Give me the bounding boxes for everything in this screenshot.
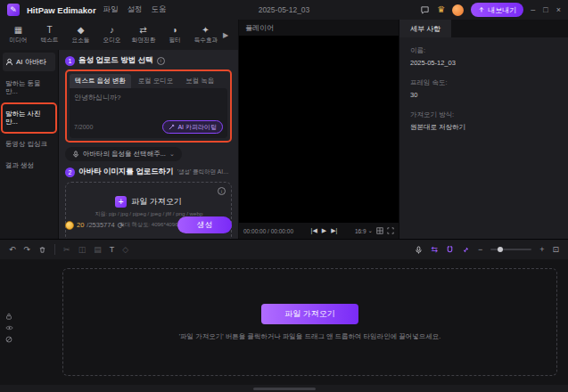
player-panel: 플레이어 00:00:00 / 00:00:00 |◀ ▶ ▶| 16:9 ⌄: [239, 20, 399, 239]
sidebar-header-ai-avatar[interactable]: AI 아바타: [3, 53, 55, 71]
timeline-area: 파일 가져오기 '파일 가져오기' 버튼을 클릭하거나 파일을 드래그 앤 드롭…: [0, 259, 568, 385]
redo-icon[interactable]: ↷: [24, 245, 31, 254]
auto-ripple-toggle-icon[interactable]: ⇆: [431, 245, 438, 254]
tab-elements[interactable]: ◆ 요소들: [65, 25, 96, 45]
sidebar-item-results[interactable]: 결과 생성: [3, 156, 55, 175]
zoom-slider-handle[interactable]: [498, 247, 503, 252]
import-file-button[interactable]: + 파일 가져오기: [115, 196, 182, 208]
sidebar-item-talking-photo[interactable]: 말하는 사진 만...: [3, 104, 55, 132]
aspect-ratio-value: 16:9: [355, 228, 366, 234]
text-tool-icon[interactable]: T: [110, 245, 115, 254]
tab-filters[interactable]: ◑ 필터: [159, 25, 190, 45]
tab-text-to-speech[interactable]: 텍스트 음성 변환: [70, 74, 131, 88]
dropzone-info-icon[interactable]: i: [218, 187, 226, 195]
tab-effects-label: 특수효과: [193, 36, 218, 45]
minimize-button[interactable]: –: [531, 5, 535, 14]
export-button[interactable]: 내보내기: [471, 3, 523, 17]
voiceover-mic-icon[interactable]: [415, 246, 423, 254]
undo-icon[interactable]: ↶: [9, 245, 16, 254]
timeline-drop-hint: '파일 가져오기' 버튼을 클릭하거나 파일을 드래그 앤 드롭하여 타임라인에…: [179, 332, 441, 341]
tts-input-footer: 7/2000 AI 카피라이팅: [74, 120, 223, 134]
step1-info-icon[interactable]: i: [157, 57, 165, 65]
coin-icon: [65, 221, 74, 230]
menu-file[interactable]: 파일: [103, 4, 119, 15]
project-title: 2025-05-12_03: [259, 5, 310, 14]
asset-nav-tabs: ▦ 미디어 T 텍스트 ◆ 요소들 ♪ 오디오 ⇄ 화면전환 ◑ 필터 ✦ 특수…: [0, 20, 239, 50]
scrollbar-handle[interactable]: [253, 388, 316, 390]
sidebar-item-video-lipsync[interactable]: 동영상 립싱크: [3, 135, 55, 153]
tab-vocal-record[interactable]: 보컬 녹음: [180, 74, 219, 88]
player-title: 플레이어: [245, 23, 274, 33]
step2-hint: '생성' 클릭하면 AI가 생성합니다: [177, 168, 232, 176]
next-frame-button[interactable]: ▶|: [331, 227, 337, 234]
video-preview-area[interactable]: [239, 36, 399, 223]
menu-settings[interactable]: 설정: [128, 4, 143, 15]
talking-photo-panel: 1 음성 업로드 방법 선택 i 텍스트 음성 변환 로컬 오디오 보컬 녹음 …: [59, 50, 239, 239]
crop-icon[interactable]: ◫: [78, 245, 86, 254]
fullscreen-icon[interactable]: [387, 227, 394, 234]
prev-frame-button[interactable]: |◀: [311, 227, 317, 234]
credits-counter: 20 /2535774 ⟳: [65, 221, 124, 230]
maximize-button[interactable]: □: [543, 5, 547, 14]
link-clips-icon[interactable]: [462, 246, 470, 254]
details-body: 이름: 2025-05-12_03 프레임 속도: 30 가져오기 방식: 원본…: [399, 37, 568, 239]
freeze-frame-icon[interactable]: ▤: [94, 245, 102, 254]
generate-button[interactable]: 생성: [177, 216, 232, 233]
track-visibility-icon[interactable]: [5, 324, 13, 331]
tab-audio[interactable]: ♪ 오디오: [96, 25, 128, 45]
more-tabs-arrow-icon[interactable]: ▶: [223, 31, 228, 39]
field-framerate-label: 프레임 속도:: [410, 78, 557, 87]
tab-text[interactable]: T 텍스트: [34, 25, 65, 45]
horizontal-scrollbar[interactable]: [0, 385, 568, 392]
fit-timeline-icon[interactable]: ⊡: [552, 245, 559, 254]
feedback-chat-icon[interactable]: [420, 5, 430, 15]
play-button[interactable]: ▶: [322, 227, 326, 234]
vip-crown-icon[interactable]: ♛: [437, 5, 445, 14]
text-icon: T: [46, 25, 52, 35]
export-arrow-icon: [478, 6, 485, 13]
tab-media[interactable]: ▦ 미디어: [3, 25, 34, 45]
field-import-method-value: 원본대로 저장하기: [410, 123, 557, 132]
track-mute-icon[interactable]: [5, 336, 13, 343]
tab-local-audio[interactable]: 로컬 오디오: [133, 74, 179, 88]
ai-copywriting-button[interactable]: AI 카피라이팅: [162, 120, 223, 134]
user-avatar[interactable]: [452, 4, 464, 16]
preview-quality-icon[interactable]: [376, 227, 383, 234]
track-header-tools: [5, 313, 13, 343]
sidebar-header-label: AI 아바타: [16, 57, 46, 67]
tab-transitions[interactable]: ⇄ 화면전환: [128, 25, 159, 45]
field-framerate-value: 30: [410, 91, 557, 99]
tts-text-input[interactable]: 안녕하십니까? 7/2000 AI 카피라이팅: [70, 88, 227, 138]
aspect-ratio-select[interactable]: 16:9 ⌄: [355, 227, 373, 234]
voice-select-label: 아바타의 음성을 선택해주...: [83, 150, 166, 159]
credits-used: 20: [77, 221, 84, 229]
menu-help[interactable]: 도움: [152, 4, 167, 15]
tab-filters-label: 필터: [169, 36, 180, 45]
track-lock-icon[interactable]: [5, 313, 13, 320]
timeline-import-button[interactable]: 파일 가져오기: [261, 304, 358, 324]
close-button[interactable]: ×: [556, 5, 561, 14]
tab-audio-label: 오디오: [103, 36, 121, 45]
zoom-in-icon[interactable]: +: [539, 245, 544, 254]
magnet-snap-icon[interactable]: [446, 246, 454, 254]
timeline-zoom-slider[interactable]: [490, 249, 531, 250]
delete-icon[interactable]: [38, 246, 46, 254]
ai-copywriting-label: AI 카피라이팅: [177, 123, 217, 132]
voice-mic-icon: [72, 151, 79, 158]
ai-avatar-icon: [5, 58, 13, 66]
tab-details[interactable]: 세부 사항: [399, 20, 451, 37]
zoom-out-icon[interactable]: −: [478, 245, 482, 254]
ratio-chevron-icon: ⌄: [368, 227, 373, 234]
sidebar-item-talking-animal[interactable]: 말하는 동물 만...: [3, 74, 55, 102]
field-name: 이름: 2025-05-12_03: [410, 46, 557, 67]
timeline-dropzone[interactable]: 파일 가져오기 '파일 가져오기' 버튼을 클릭하거나 파일을 드래그 앤 드롭…: [62, 268, 557, 376]
tab-effects[interactable]: ✦ 특수효과: [190, 25, 221, 45]
keyframe-icon[interactable]: ◇: [122, 245, 128, 254]
refresh-credits-icon[interactable]: ⟳: [118, 221, 125, 230]
details-panel: 세부 사항 이름: 2025-05-12_03 프레임 속도: 30 가져오기 …: [399, 20, 568, 239]
step1-title: 음성 업로드 방법 선택: [78, 55, 153, 66]
split-icon[interactable]: ✂: [63, 245, 70, 254]
avatar-voice-select[interactable]: 아바타의 음성을 선택해주... ⌄: [65, 147, 182, 161]
player-header: 플레이어: [239, 20, 399, 36]
topbar-right: ♛ 내보내기 – □ ×: [420, 3, 561, 17]
